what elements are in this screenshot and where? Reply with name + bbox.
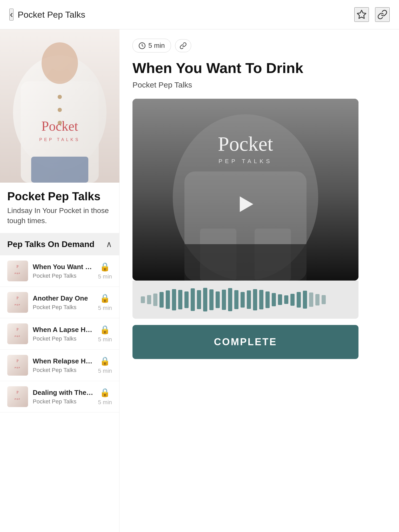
episode-item[interactable]: P PEP Dealing with The Shame Shower Pock… [0, 381, 119, 413]
waveform-bar [241, 292, 245, 308]
bookmark-button[interactable] [354, 7, 369, 22]
clock-icon [138, 42, 146, 49]
header-title: Pocket Pep Talks [18, 10, 85, 20]
lock-icon: 🔒 [100, 356, 110, 366]
episode-item[interactable]: P PEP Another Day One Pocket Pep Talks 🔒… [0, 287, 119, 318]
episode-duration: 5 min [98, 368, 112, 374]
episode-right: 🔒 5 min [98, 262, 112, 280]
episode-title: When Relapse Happens [33, 357, 93, 365]
svg-point-4 [58, 95, 62, 99]
cover-background: Pocket PEP TALKS [0, 29, 119, 183]
waveform-bar [172, 289, 176, 310]
waveform-bar [153, 294, 157, 306]
svg-rect-11 [7, 261, 28, 281]
complete-button[interactable]: COMPLETE [132, 325, 358, 359]
waveform-bar [159, 292, 164, 308]
section-title: Pep Talks On Demand [7, 240, 95, 249]
bookmark-icon [356, 9, 367, 20]
waveform-bar [191, 288, 195, 311]
episode-item[interactable]: P PEP When A Lapse Happens Pocket Pep Ta… [0, 318, 119, 350]
podcast-description: Lindsay In Your Pocket in those tough ti… [7, 205, 112, 226]
episode-info: Dealing with The Shame Shower Pocket Pep… [33, 389, 93, 405]
episode-duration: 5 min [98, 305, 112, 311]
link-icon [377, 9, 388, 20]
svg-rect-32 [184, 244, 307, 281]
lock-icon: 🔒 [100, 262, 110, 272]
header-icons [354, 7, 390, 22]
back-button[interactable]: ‹ [9, 9, 14, 21]
svg-rect-20 [7, 355, 28, 376]
svg-text:PEP: PEP [15, 304, 21, 306]
svg-rect-17 [7, 323, 28, 344]
waveform-bar [178, 290, 182, 309]
episode-info: When You Want To Drink Pocket Pep Talks [33, 263, 93, 279]
episode-thumbnail: P PEP [7, 261, 28, 281]
svg-text:P: P [17, 296, 19, 300]
svg-text:PEP: PEP [15, 335, 21, 337]
waveform-bar [197, 290, 201, 309]
header-left: ‹ Pocket Pep Talks [9, 9, 85, 21]
svg-text:PEP: PEP [15, 398, 21, 400]
episode-info: When Relapse Happens Pocket Pep Talks [33, 357, 93, 374]
episode-right: 🔒 5 min [98, 356, 112, 374]
waveform-bar [303, 291, 307, 309]
thumb-inner: P PEP [7, 386, 28, 407]
waveform-bar [259, 290, 263, 309]
episode-podcast: Pocket Pep Talks [33, 335, 93, 342]
svg-text:Pocket: Pocket [41, 119, 78, 134]
episode-podcast: Pocket Pep Talks [33, 367, 93, 374]
episode-thumbnail: P PEP [7, 323, 28, 344]
episode-item[interactable]: P PEP When Relapse Happens Pocket Pep Ta… [0, 350, 119, 381]
waveform-bar [184, 291, 189, 308]
waveform-bar [234, 290, 238, 309]
cover-illustration: Pocket PEP TALKS [0, 29, 119, 183]
waveform-bar [247, 290, 251, 309]
episode-podcast: Pocket Pep Talks [33, 304, 93, 311]
audio-player[interactable] [132, 281, 358, 319]
svg-text:P: P [17, 328, 19, 331]
svg-rect-23 [7, 386, 28, 407]
svg-point-8 [42, 42, 78, 84]
episode-meta: 5 min [132, 39, 386, 52]
video-illustration: Pocket PEP TALKS [132, 99, 358, 281]
svg-rect-7 [31, 157, 88, 183]
svg-text:P: P [17, 265, 19, 269]
podcast-name: Pocket Pep Talks [7, 190, 112, 203]
episode-main-podcast: Pocket Pep Talks [132, 81, 386, 89]
header: ‹ Pocket Pep Talks [0, 0, 399, 29]
episode-duration: 5 min [98, 399, 112, 406]
waveform-bar [315, 294, 320, 305]
svg-text:PEP TALKS: PEP TALKS [218, 158, 272, 164]
waveform-bar [216, 291, 220, 308]
thumb-inner: P PEP [7, 261, 28, 281]
svg-text:PEP: PEP [15, 272, 21, 274]
episode-right: 🔒 5 min [98, 388, 112, 406]
lock-icon: 🔒 [100, 293, 110, 303]
waveform-bar [290, 294, 295, 306]
svg-text:PEP TALKS: PEP TALKS [39, 137, 80, 142]
right-panel: 5 min When You Want To Drink Pocket Pep … [119, 29, 399, 532]
lock-icon: 🔒 [100, 325, 110, 335]
waveform-bar [278, 294, 282, 305]
svg-point-5 [58, 108, 62, 112]
waveform-bar [141, 296, 145, 303]
podcast-info: Pocket Pep Talks Lindsay In Your Pocket … [0, 183, 119, 231]
link-button[interactable] [375, 7, 390, 22]
episode-duration: 5 min [98, 336, 112, 343]
episode-thumbnail: P PEP [7, 355, 28, 376]
episode-right: 🔒 5 min [98, 325, 112, 343]
section-header[interactable]: Pep Talks On Demand ∧ [0, 233, 119, 255]
episode-title: Dealing with The Shame Shower [33, 389, 93, 397]
waveform-bar [253, 289, 257, 310]
podcast-cover: Pocket PEP TALKS [0, 29, 119, 183]
episode-link-button[interactable] [175, 39, 191, 52]
episode-item[interactable]: P PEP When You Want To Drink Pocket Pep … [0, 255, 119, 287]
waveform-bar [322, 295, 326, 304]
episode-main-title: When You Want To Drink [132, 60, 386, 76]
svg-text:Pocket: Pocket [218, 132, 273, 155]
duration-text: 5 min [148, 42, 165, 50]
episode-title: When A Lapse Happens [33, 326, 93, 334]
waveform-bar [309, 292, 313, 307]
play-button[interactable] [235, 194, 256, 215]
waveform-bar [209, 289, 214, 310]
